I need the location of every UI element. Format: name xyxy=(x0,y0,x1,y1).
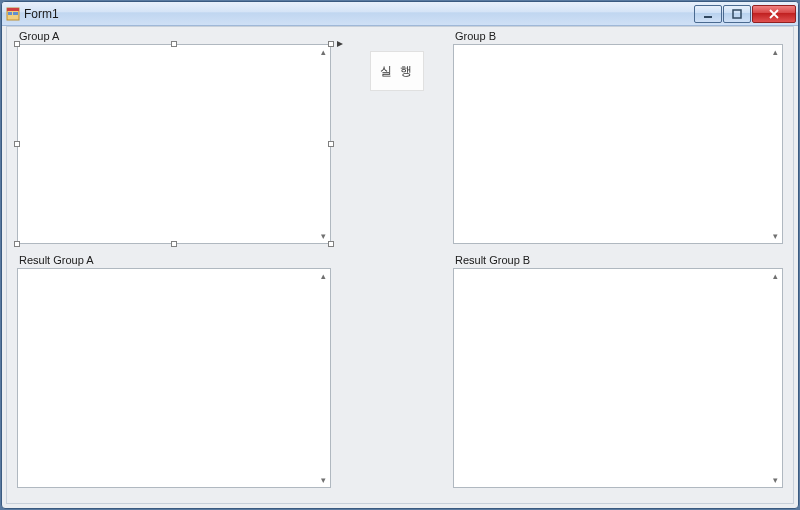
svg-rect-3 xyxy=(13,12,18,15)
close-button[interactable] xyxy=(752,5,796,23)
svg-rect-1 xyxy=(7,8,19,11)
label-group-a: Group A xyxy=(19,30,59,42)
svg-rect-5 xyxy=(733,10,741,18)
scroll-up-icon[interactable]: ▴ xyxy=(770,271,780,281)
textbox-group-a[interactable]: ▴ ▾ xyxy=(17,44,331,244)
app-icon xyxy=(6,7,20,21)
selection-handle-se[interactable] xyxy=(328,241,334,247)
label-result-a: Result Group A xyxy=(19,254,94,266)
window-frame: Form1 Group A ▴ ▾ xyxy=(1,1,799,509)
scroll-down-icon[interactable]: ▾ xyxy=(770,231,780,241)
maximize-button[interactable] xyxy=(723,5,751,23)
scroll-down-icon[interactable]: ▾ xyxy=(770,475,780,485)
textbox-result-a[interactable]: ▴ ▾ xyxy=(17,268,331,488)
svg-rect-2 xyxy=(8,12,12,15)
scroll-up-icon[interactable]: ▴ xyxy=(318,271,328,281)
scroll-up-icon[interactable]: ▴ xyxy=(318,47,328,57)
textbox-result-b[interactable]: ▴ ▾ xyxy=(453,268,783,488)
scroll-down-icon[interactable]: ▾ xyxy=(318,475,328,485)
window-title: Form1 xyxy=(24,7,693,21)
textbox-group-b[interactable]: ▴ ▾ xyxy=(453,44,783,244)
selection-handle-n[interactable] xyxy=(171,41,177,47)
label-result-b: Result Group B xyxy=(455,254,530,266)
selection-handle-nw[interactable] xyxy=(14,41,20,47)
form-client-area: Group A ▴ ▾ Group B ▴ ▾ Result Group A ▴… xyxy=(6,26,794,504)
run-button[interactable]: 실 행 xyxy=(370,51,424,91)
selection-handle-sw[interactable] xyxy=(14,241,20,247)
scroll-up-icon[interactable]: ▴ xyxy=(770,47,780,57)
selection-handle-s[interactable] xyxy=(171,241,177,247)
selection-handle-w[interactable] xyxy=(14,141,20,147)
minimize-button[interactable] xyxy=(694,5,722,23)
selection-handle-e[interactable] xyxy=(328,141,334,147)
label-group-b: Group B xyxy=(455,30,496,42)
window-buttons xyxy=(693,5,796,23)
smarttag-glyph-icon[interactable] xyxy=(333,37,347,51)
svg-rect-4 xyxy=(704,16,712,18)
scroll-down-icon[interactable]: ▾ xyxy=(318,231,328,241)
run-button-label: 실 행 xyxy=(380,63,413,80)
titlebar[interactable]: Form1 xyxy=(2,2,798,26)
